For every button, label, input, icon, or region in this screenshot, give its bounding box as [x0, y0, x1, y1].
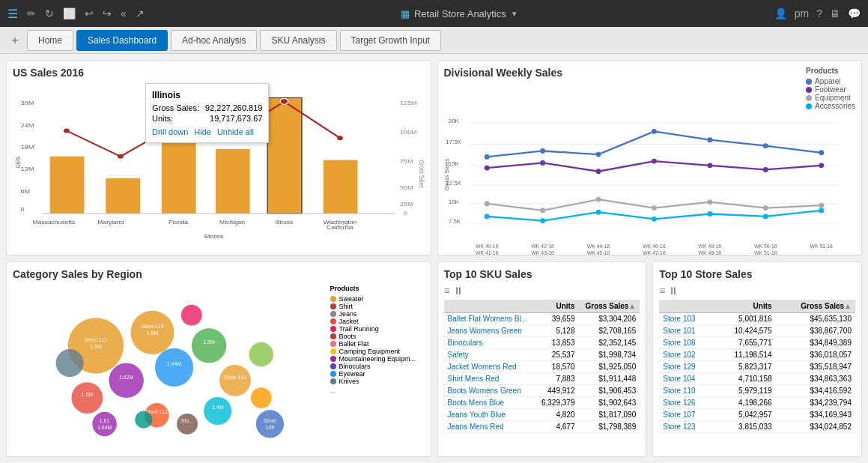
sku-menu-icon[interactable]: ≡	[444, 285, 450, 297]
sku-name-cell[interactable]: Safety	[444, 349, 536, 361]
sku-name-cell[interactable]: Ballet Flat Womens Bl...	[444, 313, 536, 325]
refresh-icon[interactable]: ↻	[45, 7, 54, 19]
bar-massachusetts[interactable]	[50, 157, 85, 214]
sku-gross-cell: $1,817,090	[578, 409, 640, 421]
sku-name-cell[interactable]: Shirt Mens Red	[444, 373, 536, 385]
store-name-cell[interactable]: Store 103	[659, 313, 714, 325]
svg-text:WK 47-16: WK 47-16	[643, 250, 666, 255]
store-name-cell[interactable]: Store 101	[659, 325, 714, 337]
store-row[interactable]: Store 107 5,042,957 $34,169,943	[659, 409, 855, 421]
bubble-6[interactable]	[192, 328, 226, 363]
sku-row[interactable]: Boots Womens Green 449,912 $1,906,453	[444, 385, 640, 397]
store-name-cell[interactable]: Store 104	[659, 373, 714, 385]
store-row[interactable]: Store 102 11,198,514 $36,018,057	[659, 349, 855, 361]
edit-icon[interactable]: ✏	[27, 7, 36, 19]
svg-text:1.5M: 1.5M	[203, 339, 215, 345]
store-name-cell[interactable]: Store 129	[659, 361, 714, 373]
user-icon[interactable]: 👤	[774, 7, 787, 19]
tab-target[interactable]: Target Growth Input	[340, 30, 441, 51]
bubble-13[interactable]	[56, 349, 84, 377]
app-dropdown-arrow[interactable]: ▼	[511, 10, 518, 18]
store-row[interactable]: Store 123 3,815,033 $34,024,852	[659, 421, 855, 433]
undo-icon[interactable]: ↩	[85, 7, 94, 19]
store-row[interactable]: Store 101 10,424,575 $38,867,700	[659, 325, 855, 337]
sku-row[interactable]: Safety 25,537 $1,998,734	[444, 349, 640, 361]
bar-florida[interactable]	[162, 142, 196, 214]
svg-text:50M: 50M	[400, 185, 413, 191]
hide-link[interactable]: Hide	[194, 127, 211, 136]
sku-units-cell: 25,537	[535, 349, 578, 361]
sku-name-cell[interactable]: Boots Mens Blue	[444, 397, 536, 409]
store-name-cell[interactable]: Store 110	[659, 385, 714, 397]
bubble-11[interactable]	[249, 342, 274, 367]
bubble-17[interactable]	[135, 411, 152, 429]
tab-adhoc[interactable]: Ad-hoc Analysis	[171, 30, 257, 51]
back-icon[interactable]: «	[121, 7, 127, 19]
sku-name-cell[interactable]: Jacket Womens Red	[444, 361, 536, 373]
sku-name-cell[interactable]: Jeans Mens Red	[444, 421, 536, 433]
store-row[interactable]: Store 104 4,710,158 $34,863,363	[659, 373, 855, 385]
sku-row[interactable]: Jeans Youth Blue 4,820 $1,817,090	[444, 409, 640, 421]
category-panel: Category Sales by Region Store 111 1.9M …	[6, 261, 431, 457]
svg-text:25M: 25M	[400, 202, 413, 208]
bubble-8[interactable]	[204, 397, 231, 425]
bar-michigan[interactable]	[216, 149, 250, 214]
drill-down-link[interactable]: Drill down	[152, 127, 188, 136]
bubble-16[interactable]	[181, 305, 202, 326]
sku-name-cell[interactable]: Jeans Womens Green	[444, 325, 536, 337]
store-column-icon[interactable]: ⏸	[668, 285, 679, 297]
hamburger-icon[interactable]: ☰	[7, 7, 18, 21]
redo-icon[interactable]: ↪	[103, 7, 112, 19]
sku-row[interactable]: Jeans Mens Red 4,677 $1,798,389	[444, 421, 640, 433]
store-menu-icon[interactable]: ≡	[659, 285, 665, 297]
sku-name-cell[interactable]: Binoculars	[444, 337, 536, 349]
sku-column-icon[interactable]: ⏸	[453, 285, 464, 297]
bubble-10[interactable]	[177, 414, 198, 435]
sku-row[interactable]: Ballet Flat Womens Bl... 39,659 $3,304,2…	[444, 313, 640, 325]
svg-point-56	[819, 150, 824, 155]
add-tab-button[interactable]: +	[6, 31, 24, 49]
store-name-cell[interactable]: Store 126	[659, 397, 714, 409]
svg-text:WK 43-16: WK 43-16	[531, 250, 554, 255]
sku-row[interactable]: Binoculars 13,853 $2,352,145	[444, 337, 640, 349]
save-icon[interactable]: ⬜	[63, 7, 76, 19]
bubble-7[interactable]	[219, 365, 251, 396]
bubble-4[interactable]	[109, 363, 143, 398]
unhide-link[interactable]: Unhide all	[217, 127, 254, 136]
bubble-3[interactable]	[155, 348, 193, 387]
sku-units-cell: 449,912	[535, 385, 578, 397]
store-name-cell[interactable]: Store 123	[659, 421, 714, 433]
store-row[interactable]: Store 103 5,001,816 $45,635,130	[659, 313, 855, 325]
bar-illinois[interactable]	[267, 98, 302, 214]
store-row[interactable]: Store 126 4,198,266 $34,239,794	[659, 397, 855, 409]
store-row[interactable]: Store 110 5,979,119 $34,416,592	[659, 385, 855, 397]
sku-row[interactable]: Jacket Womens Red 18,570 $1,925,050	[444, 361, 640, 373]
sku-row[interactable]: Boots Mens Blue 6,329,379 $1,902,643	[444, 397, 640, 409]
bar-maryland[interactable]	[106, 178, 140, 214]
store-name-cell[interactable]: Store 108	[659, 337, 714, 349]
monitor-icon[interactable]: 🖥	[830, 7, 840, 19]
svg-point-65	[540, 208, 545, 214]
legend-footwear-label: Footwear	[815, 85, 846, 94]
svg-text:0: 0	[404, 211, 408, 217]
bubble-12[interactable]	[251, 387, 272, 408]
bubble-5[interactable]	[71, 382, 103, 414]
svg-text:Store 110: Store 110	[141, 324, 163, 329]
chat-icon[interactable]: 💬	[848, 7, 861, 19]
help-icon[interactable]: ?	[816, 7, 822, 19]
tab-home[interactable]: Home	[27, 30, 73, 51]
store-name-cell[interactable]: Store 107	[659, 409, 714, 421]
sku-row[interactable]: Shirt Mens Red 7,883 $1,911,448	[444, 373, 640, 385]
tab-sku[interactable]: SKU Analysis	[260, 30, 336, 51]
store-row[interactable]: Store 129 5,823,317 $35,518,947	[659, 361, 855, 373]
sku-name-cell[interactable]: Jeans Youth Blue	[444, 409, 536, 421]
sku-row[interactable]: Jeans Womens Green 5,128 $2,708,165	[444, 325, 640, 337]
tab-sales-dashboard[interactable]: Sales Dashboard	[76, 30, 168, 51]
legend-more[interactable]: ...	[330, 387, 425, 394]
sku-name-cell[interactable]: Boots Womens Green	[444, 385, 536, 397]
store-name-cell[interactable]: Store 102	[659, 349, 714, 361]
tooltip-box: Illinois Gross Sales: 92,227,260.819 Uni…	[145, 83, 269, 143]
share-icon[interactable]: ↗	[136, 7, 145, 19]
bar-washington[interactable]	[324, 160, 358, 214]
store-row[interactable]: Store 108 7,655,771 $34,849,389	[659, 337, 855, 349]
